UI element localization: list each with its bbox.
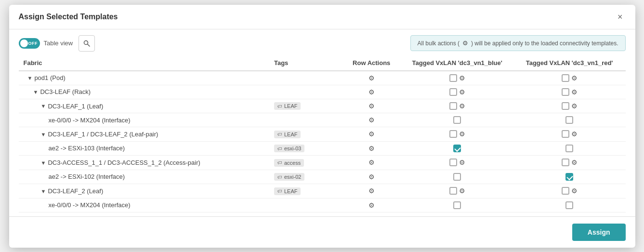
assign-button[interactable]: Assign <box>572 224 626 241</box>
row-action-gear-icon[interactable]: ⚙ <box>368 159 375 166</box>
modal-footer: Assign <box>9 216 635 248</box>
row-action-gear-icon[interactable]: ⚙ <box>368 201 375 209</box>
bulk-info-text-before: All bulk actions ( <box>418 40 460 47</box>
vxlan1-gear-icon[interactable]: ⚙ <box>459 74 465 82</box>
fabric-cell: xe-0/0/0 -> MX204 (Interface) <box>19 113 269 127</box>
tag-badge: 🏷esxi-03 <box>274 145 304 152</box>
fabric-label: DC3-ACCESS_1_1 / DC3-ACCESS_1_2 (Access-… <box>48 159 200 166</box>
vxlan2-gear-icon[interactable]: ⚙ <box>571 102 578 110</box>
tags-cell: 🏷esxi-02 <box>269 170 342 184</box>
table-body: ▼pod1 (Pod)⚙⚙⚙▼DC3-LEAF (Rack)⚙⚙⚙▼DC3-LE… <box>19 71 626 212</box>
row-action-gear-icon[interactable]: ⚙ <box>368 145 375 152</box>
vxlan1-controls: ⚙ <box>406 187 509 195</box>
search-button[interactable] <box>79 35 95 52</box>
vxlan1-controls: ⚙ <box>406 159 509 166</box>
vxlan2-gear-icon[interactable]: ⚙ <box>571 74 578 82</box>
vxlan2-controls <box>518 145 621 152</box>
vxlan1-controls: ⚙ <box>406 102 509 110</box>
vxlan2-checkbox[interactable] <box>565 201 573 209</box>
vxlan2-cell: ⚙ <box>513 99 626 113</box>
row-action-gear-icon[interactable]: ⚙ <box>368 102 375 110</box>
vxlan2-checkbox[interactable] <box>562 74 569 82</box>
vxlan1-gear-icon[interactable]: ⚙ <box>459 130 465 138</box>
vxlan1-checkbox[interactable] <box>449 159 457 166</box>
vxlan2-cell <box>513 141 626 156</box>
tag-label: LEAF <box>284 103 298 109</box>
vxlan1-checkbox[interactable] <box>449 130 457 138</box>
vxlan2-checkbox[interactable] <box>562 187 569 195</box>
vxlan1-gear-icon[interactable]: ⚙ <box>459 159 465 166</box>
row-action-gear-icon[interactable]: ⚙ <box>368 187 375 195</box>
row-action-gear-icon[interactable]: ⚙ <box>368 130 375 138</box>
vxlan1-gear-icon[interactable]: ⚙ <box>459 88 465 96</box>
vxlan2-checkbox[interactable] <box>562 130 569 138</box>
fabric-cell: ae2 -> ESXi-102 (Interface) <box>19 170 269 184</box>
fabric-cell: ▼DC3-LEAF_1 (Leaf) <box>19 99 269 113</box>
vxlan2-checkbox[interactable] <box>565 116 573 124</box>
vxlan2-gear-icon[interactable]: ⚙ <box>571 159 578 166</box>
table-row: ae2 -> ESXi-103 (Interface)🏷esxi-03⚙ <box>19 141 626 156</box>
vxlan2-checkbox[interactable] <box>562 159 569 166</box>
close-button[interactable]: × <box>615 12 626 22</box>
col-header-vxlan2: Tagged VxLAN 'dc3_vn1_red' <box>513 55 626 71</box>
tags-cell: 🏷access <box>269 156 342 170</box>
modal-title: Assign Selected Templates <box>19 13 118 21</box>
vxlan1-gear-icon[interactable]: ⚙ <box>459 187 465 195</box>
vxlan1-checkbox[interactable] <box>453 201 461 209</box>
tag-label: LEAF <box>284 188 298 194</box>
table-view-toggle[interactable]: OFF <box>19 38 40 49</box>
vxlan1-checkbox[interactable] <box>449 74 457 82</box>
vxlan2-checkbox[interactable] <box>562 102 569 110</box>
vxlan2-gear-icon[interactable]: ⚙ <box>571 187 578 195</box>
row-action-gear-icon[interactable]: ⚙ <box>368 116 375 124</box>
expand-arrow-icon[interactable]: ▼ <box>41 188 46 194</box>
vxlan2-cell: ⚙ <box>513 71 626 85</box>
vxlan2-controls: ⚙ <box>518 130 621 138</box>
tags-cell: 🏷esxi-03 <box>269 141 342 156</box>
row-action-gear-icon[interactable]: ⚙ <box>368 88 375 96</box>
row-action-gear-icon[interactable]: ⚙ <box>368 173 375 181</box>
expand-arrow-icon[interactable]: ▼ <box>33 89 39 95</box>
vxlan2-cell <box>513 113 626 127</box>
table-row: ▼DC3-LEAF_2 (Leaf)🏷LEAF⚙⚙⚙ <box>19 184 626 199</box>
vxlan1-gear-icon[interactable]: ⚙ <box>459 102 465 110</box>
vxlan2-cell: ⚙ <box>513 156 626 170</box>
expand-arrow-icon[interactable]: ▼ <box>41 160 46 166</box>
tags-cell <box>269 113 342 127</box>
col-header-tags: Tags <box>269 55 342 71</box>
modal-body: Fabric Tags Row Actions Tagged VxLAN 'dc… <box>9 55 635 212</box>
tag-label: LEAF <box>284 132 298 137</box>
vxlan1-checkbox[interactable] <box>449 187 457 195</box>
row-actions-cell: ⚙ <box>342 156 401 170</box>
expand-arrow-icon[interactable]: ▼ <box>41 132 46 137</box>
vxlan1-checkbox[interactable] <box>449 88 457 96</box>
vxlan1-controls <box>406 173 509 181</box>
vxlan1-checkbox[interactable] <box>449 102 457 110</box>
fabric-cell: ▼pod1 (Pod) <box>19 71 269 85</box>
row-actions-cell: ⚙ <box>342 71 401 85</box>
row-actions-cell: ⚙ <box>342 170 401 184</box>
fabric-label: ae2 -> ESXi-102 (Interface) <box>49 173 125 180</box>
vxlan2-checkbox[interactable] <box>562 88 569 96</box>
vxlan1-checkbox[interactable] <box>453 173 461 181</box>
vxlan1-cell <box>401 170 513 184</box>
vxlan1-checkbox[interactable] <box>453 116 461 124</box>
tag-icon: 🏷 <box>277 146 282 151</box>
row-action-gear-icon[interactable]: ⚙ <box>368 74 375 82</box>
vxlan2-checkbox[interactable] <box>565 145 573 152</box>
vxlan2-gear-icon[interactable]: ⚙ <box>571 130 578 138</box>
vxlan2-gear-icon[interactable]: ⚙ <box>571 88 578 96</box>
expand-arrow-icon[interactable]: ▼ <box>27 75 33 81</box>
bulk-info-text-after: ) will be applied only to the loaded con… <box>471 40 618 47</box>
tag-badge: 🏷LEAF <box>274 102 301 110</box>
vxlan1-checkbox[interactable] <box>453 145 461 152</box>
vxlan2-controls <box>518 116 621 124</box>
table-row: ▼DC3-LEAF_1 (Leaf)🏷LEAF⚙⚙⚙ <box>19 99 626 113</box>
vxlan1-cell: ⚙ <box>401 156 513 170</box>
expand-arrow-icon[interactable]: ▼ <box>41 103 46 109</box>
tags-cell: 🏷LEAF <box>269 184 342 199</box>
table-row: ▼DC3-ACCESS_1_1 / DC3-ACCESS_1_2 (Access… <box>19 156 626 170</box>
vxlan2-controls <box>518 201 621 209</box>
vxlan1-cell: ⚙ <box>401 184 513 199</box>
vxlan2-checkbox[interactable] <box>565 173 573 181</box>
